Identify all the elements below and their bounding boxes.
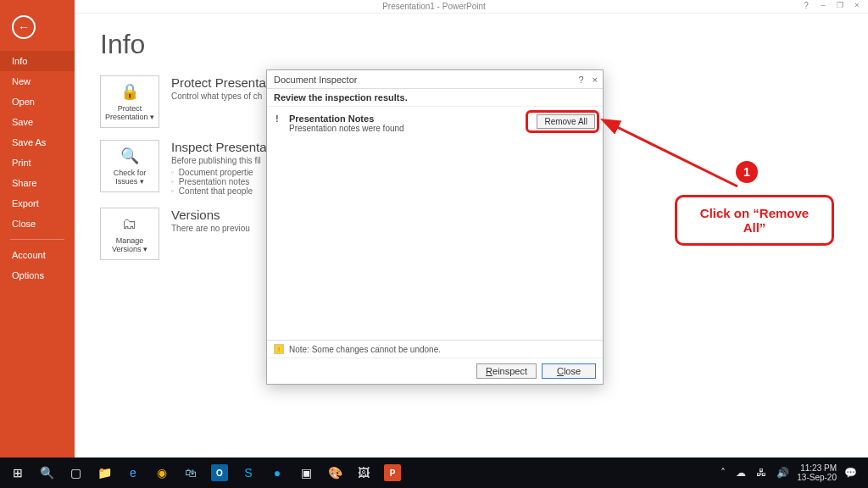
taskbar-chrome[interactable]: ◉ <box>147 460 176 485</box>
taskbar-outlook[interactable]: O <box>205 460 234 485</box>
restore-button[interactable]: ❐ <box>834 1 846 10</box>
document-inspector-dialog: Document Inspector ? × Review the inspec… <box>266 69 604 385</box>
dialog-note: ! Note: Some changes cannot be undone. <box>267 340 603 358</box>
warning-icon: ! <box>274 344 284 354</box>
app-title: Presentation1 - PowerPoint <box>382 2 486 11</box>
store-icon: 🛍 <box>185 466 197 480</box>
taskbar-app[interactable]: ▣ <box>292 460 320 485</box>
taskbar-pictures[interactable]: 🖼 <box>349 460 378 485</box>
file-menu-item-saveas[interactable]: Save As <box>0 132 75 152</box>
taskbar-skype2[interactable]: ● <box>263 460 292 485</box>
windows-icon: ⊞ <box>13 466 23 480</box>
dialog-title: Document Inspector <box>274 75 357 85</box>
system-tray: ˄ ☁ 🖧 🔊 11:23 PM 13-Sep-20 💬 <box>718 463 865 482</box>
file-menu-item-print[interactable]: Print <box>0 152 75 173</box>
paint-icon: 🎨 <box>328 466 342 480</box>
remove-all-button[interactable]: Remove All <box>537 114 595 129</box>
back-button[interactable]: ← <box>12 15 36 39</box>
tray-chevron-icon[interactable]: ˄ <box>718 467 728 479</box>
check-for-issues-button[interactable]: 🔍 Check for Issues ▾ <box>100 140 159 192</box>
minimize-button[interactable]: – <box>817 1 829 10</box>
start-button[interactable]: ⊞ <box>3 460 32 485</box>
skype-icon: ● <box>274 466 281 480</box>
taskbar-clock[interactable]: 11:23 PM 13-Sep-20 <box>797 463 837 482</box>
taskbar-powerpoint[interactable]: P <box>378 460 407 485</box>
picture-icon: 🖼 <box>358 466 370 480</box>
tray-cloud-icon[interactable]: ☁ <box>733 467 748 479</box>
search-icon: 🔍 <box>40 466 54 480</box>
close-window-button[interactable]: × <box>851 1 863 10</box>
window-controls: ? – ❐ × <box>800 1 863 10</box>
tile-label: Check for Issues ▾ <box>103 169 157 186</box>
dialog-titlebar[interactable]: Document Inspector ? × <box>267 70 603 89</box>
outlook-icon: O <box>211 464 228 481</box>
file-menu-item-account[interactable]: Account <box>0 245 75 265</box>
reinspect-button[interactable]: Reinspect <box>476 363 537 379</box>
taskbar-skype[interactable]: S <box>234 460 263 485</box>
file-menu-item-export[interactable]: Export <box>0 193 75 214</box>
file-menu-item-options[interactable]: Options <box>0 265 75 286</box>
file-menu-item-info[interactable]: Info <box>0 51 75 71</box>
annotation-badge: 1 <box>736 161 758 183</box>
taskview-icon: ▢ <box>70 466 81 480</box>
dialog-subtitle: Review the inspection results. <box>267 89 603 107</box>
powerpoint-icon: P <box>384 464 401 481</box>
taskbar-taskview-button[interactable]: ▢ <box>61 460 90 485</box>
magnify-check-icon: 🔍 <box>120 147 139 165</box>
app-icon: ▣ <box>301 466 312 480</box>
annotation-callout: Click on “Remove All” <box>675 195 834 246</box>
tray-notifications-icon[interactable]: 💬 <box>842 467 860 479</box>
taskbar-explorer[interactable]: 📁 <box>90 460 119 485</box>
tray-network-icon[interactable]: 🖧 <box>754 467 769 479</box>
file-menu-item-open[interactable]: Open <box>0 92 75 112</box>
page-title: Info <box>100 29 843 60</box>
manage-versions-button[interactable]: 🗂 Manage Versions ▾ <box>100 208 159 260</box>
versions-icon: 🗂 <box>122 215 137 233</box>
taskbar-store[interactable]: 🛍 <box>176 460 205 485</box>
folder-icon: 📁 <box>97 466 112 480</box>
file-menu-item-new[interactable]: New <box>0 71 75 92</box>
tile-label: Protect Presentation ▾ <box>103 104 157 121</box>
taskbar-search-button[interactable]: 🔍 <box>32 460 61 485</box>
annotation-highlight: Remove All <box>526 110 599 133</box>
app-titlebar: Presentation1 - PowerPoint ? – ❐ × <box>0 0 868 14</box>
clock-time: 11:23 PM <box>797 463 837 473</box>
divider <box>10 239 64 240</box>
arrow-left-icon: ← <box>18 20 30 34</box>
tile-label: Manage Versions ▾ <box>103 236 157 253</box>
file-menu-item-close[interactable]: Close <box>0 214 75 234</box>
file-menu-item-share[interactable]: Share <box>0 173 75 193</box>
help-icon[interactable]: ? <box>800 1 812 10</box>
protect-presentation-button[interactable]: 🔒 Protect Presentation ▾ <box>100 75 159 128</box>
file-menu: ← Info New Open Save Save As Print Share… <box>0 0 75 458</box>
close-dialog-button[interactable]: Close <box>542 363 596 379</box>
skype-icon: S <box>244 466 252 480</box>
edge-icon: e <box>130 466 136 480</box>
clock-date: 13-Sep-20 <box>797 473 837 482</box>
dialog-body: ! Presentation Notes Presentation notes … <box>267 107 603 340</box>
tray-volume-icon[interactable]: 🔊 <box>774 467 792 479</box>
chrome-icon: ◉ <box>157 466 167 480</box>
taskbar: ⊞ 🔍 ▢ 📁 e ◉ 🛍 O S ● ▣ 🎨 🖼 P ˄ ☁ 🖧 🔊 11:2… <box>0 458 868 488</box>
dialog-button-bar: Reinspect Close <box>267 358 603 384</box>
dialog-note-text: Note: Some changes cannot be undone. <box>289 345 441 354</box>
taskbar-edge[interactable]: e <box>119 460 147 485</box>
taskbar-paint[interactable]: 🎨 <box>320 460 349 485</box>
file-menu-item-save[interactable]: Save <box>0 112 75 132</box>
dialog-close-button[interactable]: × <box>593 75 598 85</box>
dialog-help-button[interactable]: ? <box>578 75 583 85</box>
alert-icon: ! <box>275 114 289 124</box>
lock-icon: 🔒 <box>120 82 139 101</box>
